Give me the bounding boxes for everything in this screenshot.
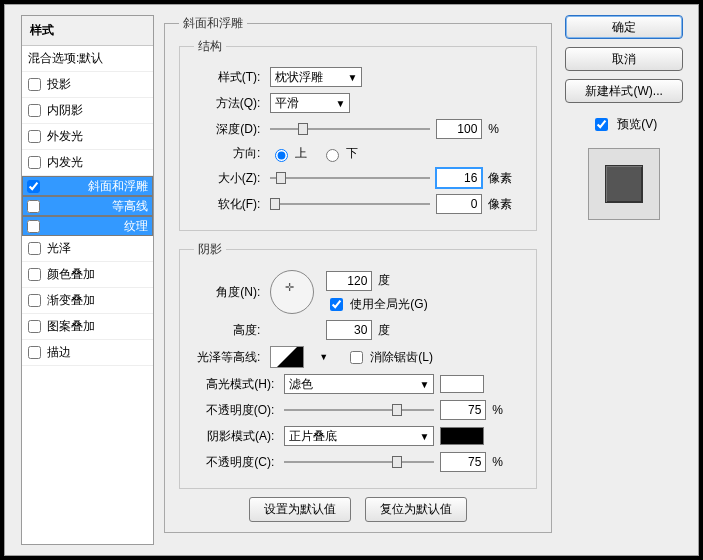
- sidebar-item-label: 等高线: [112, 198, 148, 215]
- angle-dial[interactable]: ✛: [270, 270, 314, 314]
- chevron-down-icon: ▼: [419, 431, 429, 442]
- sidebar-item-5[interactable]: 等高线: [22, 196, 153, 216]
- angle-label: 角度(N):: [194, 284, 264, 301]
- sidebar-item-label: 内发光: [47, 154, 83, 171]
- chevron-down-icon: ▼: [319, 352, 328, 362]
- chevron-down-icon: ▼: [335, 98, 345, 109]
- sidebar-item-9[interactable]: 渐变叠加: [22, 288, 153, 314]
- sidebar-item-2[interactable]: 外发光: [22, 124, 153, 150]
- depth-unit: %: [488, 122, 518, 136]
- sidebar-item-8[interactable]: 颜色叠加: [22, 262, 153, 288]
- sidebar-item-checkbox[interactable]: [28, 268, 41, 281]
- sidebar-item-label: 内阴影: [47, 102, 83, 119]
- soften-input[interactable]: [436, 194, 482, 214]
- sidebar-blending-options[interactable]: 混合选项:默认: [22, 46, 153, 72]
- sidebar-item-10[interactable]: 图案叠加: [22, 314, 153, 340]
- shading-legend: 阴影: [194, 241, 226, 258]
- size-label: 大小(Z):: [194, 170, 264, 187]
- make-default-button[interactable]: 设置为默认值: [249, 497, 351, 522]
- shadow-color-swatch[interactable]: [440, 427, 484, 445]
- size-unit: 像素: [488, 170, 518, 187]
- direction-label: 方向:: [194, 145, 264, 162]
- size-slider[interactable]: [270, 170, 430, 186]
- preview-checkbox[interactable]: 预览(V): [591, 115, 657, 134]
- depth-label: 深度(D):: [194, 121, 264, 138]
- technique-select[interactable]: 平滑▼: [270, 93, 350, 113]
- cancel-button[interactable]: 取消: [565, 47, 683, 71]
- sidebar-item-0[interactable]: 投影: [22, 72, 153, 98]
- sidebar-item-checkbox[interactable]: [28, 346, 41, 359]
- preview-thumbnail: [588, 148, 660, 220]
- angle-input[interactable]: [326, 271, 372, 291]
- sidebar-item-6[interactable]: 纹理: [22, 216, 153, 236]
- sidebar-item-checkbox[interactable]: [28, 242, 41, 255]
- style-select[interactable]: 枕状浮雕▼: [270, 67, 362, 87]
- highlight-opacity-input[interactable]: [440, 400, 486, 420]
- size-input[interactable]: [436, 168, 482, 188]
- highlight-mode-label: 高光模式(H):: [194, 376, 278, 393]
- altitude-label: 高度:: [194, 322, 264, 339]
- chevron-down-icon: ▼: [347, 72, 357, 83]
- angle-unit: 度: [378, 272, 390, 289]
- soften-label: 软化(F):: [194, 196, 264, 213]
- sidebar-item-4[interactable]: 斜面和浮雕: [22, 176, 153, 196]
- sidebar-item-label: 纹理: [124, 218, 148, 235]
- sidebar-item-label: 光泽: [47, 240, 71, 257]
- panel-title: 斜面和浮雕: [179, 15, 247, 32]
- depth-input[interactable]: [436, 119, 482, 139]
- sidebar-title: 样式: [22, 16, 153, 46]
- sidebar-item-checkbox[interactable]: [27, 220, 40, 233]
- altitude-unit: 度: [378, 322, 390, 339]
- gloss-contour-label: 光泽等高线:: [194, 349, 264, 366]
- sidebar-item-7[interactable]: 光泽: [22, 236, 153, 262]
- sidebar-item-1[interactable]: 内阴影: [22, 98, 153, 124]
- structure-legend: 结构: [194, 38, 226, 55]
- sidebar-item-checkbox[interactable]: [28, 104, 41, 117]
- sidebar-item-3[interactable]: 内发光: [22, 150, 153, 176]
- sidebar-item-label: 斜面和浮雕: [88, 178, 148, 195]
- ok-button[interactable]: 确定: [565, 15, 683, 39]
- sidebar-item-label: 外发光: [47, 128, 83, 145]
- sidebar-item-checkbox[interactable]: [27, 180, 40, 193]
- preview-inner: [605, 165, 643, 203]
- bevel-emboss-panel: 斜面和浮雕 结构 样式(T): 枕状浮雕▼ 方法(Q): 平滑▼ 深度(D): [164, 15, 552, 533]
- highlight-mode-select[interactable]: 滤色▼: [284, 374, 434, 394]
- direction-down-radio[interactable]: 下: [321, 145, 358, 162]
- sidebar-item-checkbox[interactable]: [28, 78, 41, 91]
- sidebar-item-label: 投影: [47, 76, 71, 93]
- sidebar-item-checkbox[interactable]: [28, 320, 41, 333]
- sidebar-item-label: 图案叠加: [47, 318, 95, 335]
- highlight-opacity-slider[interactable]: [284, 402, 434, 418]
- sidebar-item-checkbox[interactable]: [27, 200, 40, 213]
- antialias-checkbox[interactable]: 消除锯齿(L): [346, 348, 433, 367]
- styles-sidebar: 样式 混合选项:默认 投影内阴影外发光内发光斜面和浮雕等高线纹理光泽颜色叠加渐变…: [21, 15, 154, 545]
- shadow-opacity-input[interactable]: [440, 452, 486, 472]
- shading-group: 阴影 角度(N): ✛ 度 使用全局光(G) 高: [179, 241, 537, 489]
- shadow-mode-label: 阴影模式(A):: [194, 428, 278, 445]
- reset-default-button[interactable]: 复位为默认值: [365, 497, 467, 522]
- direction-up-radio[interactable]: 上: [270, 145, 307, 162]
- highlight-opacity-unit: %: [492, 403, 522, 417]
- shadow-opacity-unit: %: [492, 455, 522, 469]
- new-style-button[interactable]: 新建样式(W)...: [565, 79, 683, 103]
- highlight-opacity-label: 不透明度(O):: [194, 402, 278, 419]
- sidebar-item-checkbox[interactable]: [28, 294, 41, 307]
- global-light-checkbox[interactable]: 使用全局光(G): [326, 295, 427, 314]
- sidebar-item-11[interactable]: 描边: [22, 340, 153, 366]
- shadow-opacity-slider[interactable]: [284, 454, 434, 470]
- highlight-color-swatch[interactable]: [440, 375, 484, 393]
- sidebar-blend-label: 混合选项:默认: [28, 50, 103, 67]
- sidebar-item-checkbox[interactable]: [28, 156, 41, 169]
- shadow-opacity-label: 不透明度(C):: [194, 454, 278, 471]
- chevron-down-icon: ▼: [419, 379, 429, 390]
- technique-label: 方法(Q):: [194, 95, 264, 112]
- depth-slider[interactable]: [270, 121, 430, 137]
- sidebar-item-checkbox[interactable]: [28, 130, 41, 143]
- soften-slider[interactable]: [270, 196, 430, 212]
- sidebar-item-label: 描边: [47, 344, 71, 361]
- altitude-input[interactable]: [326, 320, 372, 340]
- soften-unit: 像素: [488, 196, 518, 213]
- sidebar-item-label: 渐变叠加: [47, 292, 95, 309]
- shadow-mode-select[interactable]: 正片叠底▼: [284, 426, 434, 446]
- gloss-contour-picker[interactable]: [270, 346, 304, 368]
